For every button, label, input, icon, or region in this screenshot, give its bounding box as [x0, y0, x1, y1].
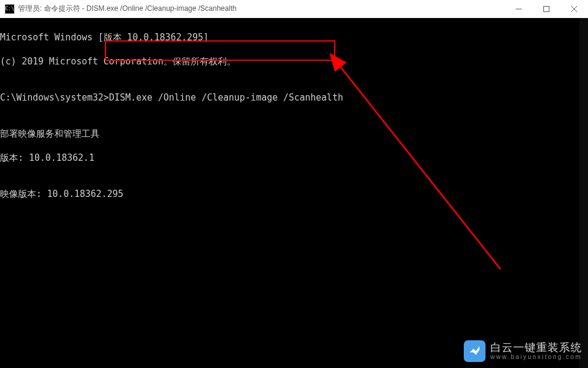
watermark-url: www.baiyunxitong.com [490, 354, 582, 360]
scrollbar-thumb[interactable] [580, 18, 588, 368]
watermark-text: 白云一键重装系统 www.baiyunxitong.com [490, 342, 582, 361]
watermark-title: 白云一键重装系统 [490, 342, 582, 354]
terminal-output[interactable]: Microsoft Windows [版本 10.0.18362.295] (c… [0, 18, 580, 368]
watermark: 白云一键重装系统 www.baiyunxitong.com [464, 340, 582, 362]
output-line: 部署映像服务和管理工具 [0, 128, 580, 140]
output-line: Microsoft Windows [版本 10.0.18362.295] [0, 31, 580, 43]
maximize-button[interactable] [533, 0, 560, 18]
output-line: (c) 2019 Microsoft Corporation。保留所有权利。 [0, 55, 580, 67]
vertical-scrollbar[interactable] [580, 18, 588, 368]
output-line: 映像版本: 10.0.18362.295 [0, 188, 580, 200]
minimize-button[interactable] [505, 0, 533, 18]
window-titlebar[interactable]: C:\ 管理员: 命令提示符 - DISM.exe /Online /Clean… [0, 0, 588, 18]
window-controls [505, 0, 588, 18]
svg-rect-1 [544, 7, 549, 12]
output-line: 版本: 10.0.18362.1 [0, 152, 580, 164]
prompt-line: C:\Windows\system32>DISM.exe /Online /Cl… [0, 92, 580, 104]
close-button[interactable] [560, 0, 588, 18]
cmd-icon: C:\ [5, 4, 14, 14]
prompt-command: DISM.exe /Online /Cleanup-image /Scanhea… [109, 92, 343, 104]
prompt-path: C:\Windows\system32> [0, 92, 109, 104]
watermark-logo-icon [464, 340, 485, 362]
window-title: 管理员: 命令提示符 - DISM.exe /Online /Cleanup-i… [18, 4, 236, 14]
